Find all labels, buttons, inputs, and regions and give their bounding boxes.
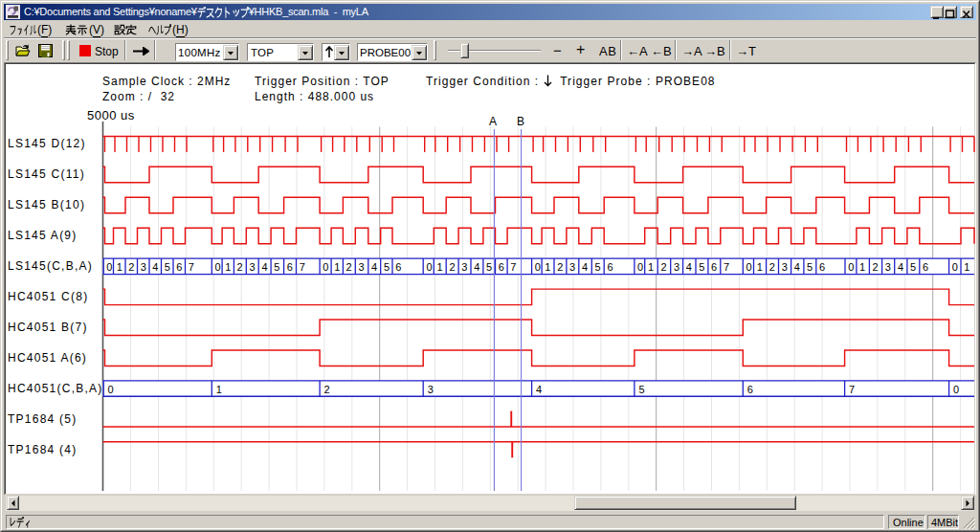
svg-text:6: 6 xyxy=(711,261,717,273)
svg-text:4: 4 xyxy=(898,261,903,273)
svg-text:4: 4 xyxy=(152,261,158,273)
svg-text:5: 5 xyxy=(699,261,704,273)
svg-text:3: 3 xyxy=(569,261,575,273)
svg-text:7: 7 xyxy=(724,261,729,273)
svg-text:4: 4 xyxy=(686,261,692,273)
svg-text:5: 5 xyxy=(165,261,170,273)
svg-text:2: 2 xyxy=(660,261,666,273)
svg-text:2: 2 xyxy=(873,261,879,273)
svg-text:0: 0 xyxy=(637,261,643,273)
svg-text:3: 3 xyxy=(141,261,146,273)
svg-text:5: 5 xyxy=(638,384,644,395)
svg-text:6: 6 xyxy=(923,261,928,273)
svg-text:5: 5 xyxy=(807,261,813,273)
svg-text:2: 2 xyxy=(237,261,243,273)
svg-text:1: 1 xyxy=(964,261,969,273)
svg-text:2: 2 xyxy=(346,261,352,273)
svg-text:4: 4 xyxy=(371,261,377,273)
svg-text:6: 6 xyxy=(607,261,612,273)
svg-text:4: 4 xyxy=(261,261,267,273)
svg-text:7: 7 xyxy=(849,384,855,395)
svg-text:3: 3 xyxy=(674,261,679,273)
svg-text:3: 3 xyxy=(250,261,256,273)
svg-text:3: 3 xyxy=(782,261,788,273)
svg-text:5: 5 xyxy=(486,261,492,273)
svg-text:7: 7 xyxy=(189,261,194,273)
svg-text:5: 5 xyxy=(384,261,390,273)
svg-text:2: 2 xyxy=(769,261,775,273)
svg-text:6: 6 xyxy=(819,261,825,273)
svg-text:1: 1 xyxy=(216,384,222,395)
svg-text:1: 1 xyxy=(225,261,231,273)
svg-text:3: 3 xyxy=(885,261,891,273)
svg-text:6: 6 xyxy=(287,261,293,273)
svg-text:0: 0 xyxy=(106,261,112,273)
svg-text:0: 0 xyxy=(426,261,432,273)
svg-text:1: 1 xyxy=(545,261,550,273)
svg-text:5: 5 xyxy=(910,261,916,273)
svg-text:4: 4 xyxy=(474,261,479,273)
svg-text:1: 1 xyxy=(757,261,763,273)
svg-text:0: 0 xyxy=(746,261,752,273)
svg-text:5: 5 xyxy=(595,261,601,273)
svg-text:0: 0 xyxy=(953,384,959,395)
svg-text:0: 0 xyxy=(215,261,221,273)
svg-text:2: 2 xyxy=(449,261,455,273)
svg-text:4: 4 xyxy=(582,261,588,273)
svg-text:5: 5 xyxy=(274,261,279,273)
svg-text:2: 2 xyxy=(324,384,330,395)
svg-text:3: 3 xyxy=(428,384,434,395)
svg-text:6: 6 xyxy=(395,261,401,273)
svg-text:0: 0 xyxy=(108,384,114,395)
svg-text:0: 0 xyxy=(952,261,958,273)
svg-text:6: 6 xyxy=(499,261,504,273)
svg-text:1: 1 xyxy=(859,261,865,273)
svg-text:2: 2 xyxy=(128,261,134,273)
svg-text:7: 7 xyxy=(300,261,305,273)
svg-text:6: 6 xyxy=(747,384,753,395)
svg-text:4: 4 xyxy=(536,384,542,395)
svg-text:7: 7 xyxy=(510,261,516,273)
svg-text:3: 3 xyxy=(359,261,365,273)
svg-text:1: 1 xyxy=(648,261,654,273)
svg-text:4: 4 xyxy=(794,261,800,273)
svg-text:0: 0 xyxy=(535,261,541,273)
svg-text:3: 3 xyxy=(461,261,467,273)
svg-text:1: 1 xyxy=(334,261,340,273)
svg-text:0: 0 xyxy=(848,261,854,273)
svg-text:1: 1 xyxy=(117,261,122,273)
svg-text:0: 0 xyxy=(323,261,328,273)
svg-text:2: 2 xyxy=(557,261,563,273)
svg-text:6: 6 xyxy=(176,261,182,273)
svg-text:1: 1 xyxy=(437,261,443,273)
